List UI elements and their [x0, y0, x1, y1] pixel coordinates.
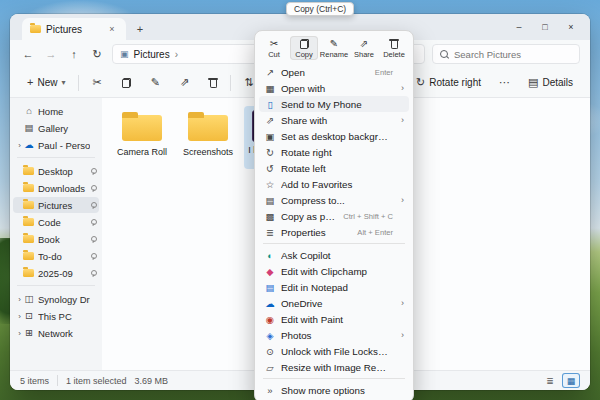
menu-item-edit-with-clipchamp[interactable]: ◆ Edit with Clipchamp: [259, 263, 409, 279]
sidebar-item-this-pc[interactable]: › ⊡ This PC: [13, 308, 99, 324]
tab-title: Pictures: [46, 24, 82, 35]
menu-item-rotate-left[interactable]: ↺ Rotate left: [259, 160, 409, 176]
cut-button[interactable]: ✂ Cut: [260, 36, 288, 60]
new-tab-button[interactable]: +: [132, 21, 148, 37]
menu-item-unlock-with-file-locksmith[interactable]: ⊙ Unlock with File Locksmith: [259, 343, 409, 359]
rotate-right-button[interactable]: ↻ Rotate right: [409, 74, 488, 91]
file-name: Camera Roll: [117, 147, 167, 157]
photos-icon: ◈: [264, 330, 276, 341]
menu-item-ask-copilot[interactable]: ◐ Ask Copilot: [259, 247, 409, 263]
menu-item-resize-with-image-resizer[interactable]: ▱ Resize with Image Resizer: [259, 359, 409, 375]
menu-item-rotate-right[interactable]: ↻ Rotate right: [259, 144, 409, 160]
sidebar-item-label: Code: [38, 217, 90, 228]
sidebar-item[interactable]: [17, 157, 95, 158]
sidebar-item[interactable]: [17, 285, 95, 286]
details-view-button[interactable]: ≣: [541, 373, 559, 388]
sidebar-item-gallery[interactable]: ▤ Gallery: [13, 120, 99, 136]
menu-item-add-to-favorites[interactable]: ☆ Add to Favorites: [259, 176, 409, 192]
menu-item[interactable]: [263, 243, 405, 244]
menu-item-set-as-desktop-background[interactable]: ▣ Set as desktop background: [259, 128, 409, 144]
rename-button[interactable]: ✎ Rename: [320, 36, 348, 60]
share-with-icon: ⇗: [264, 115, 276, 126]
rename-label: Rename: [320, 50, 348, 59]
folder-icon: [23, 201, 34, 209]
forward-button[interactable]: →: [43, 46, 59, 62]
menu-item-copy-as-path[interactable]: ▩ Copy as path Ctrl + Shift + C: [259, 208, 409, 224]
menu-item-edit-in-notepad[interactable]: ▤ Edit in Notepad: [259, 279, 409, 295]
items-count: 5 items: [20, 376, 49, 386]
copy-button[interactable]: [115, 75, 138, 91]
menu-item-label: Rotate right: [281, 147, 388, 158]
share-label: Share: [354, 50, 374, 59]
sidebar-item-home[interactable]: ⌂ Home: [13, 103, 99, 119]
rotate-right-label: Rotate right: [429, 77, 481, 88]
file-camera-roll[interactable]: Camera Roll: [112, 106, 172, 160]
up-button[interactable]: ↑: [66, 46, 82, 62]
expand-chevron-icon[interactable]: ›: [16, 312, 23, 321]
caption-buttons: – □ ×: [506, 14, 590, 40]
menu-item-label: Resize with Image Resizer: [281, 362, 388, 373]
share-button[interactable]: ⇗: [173, 74, 196, 91]
see-more-button[interactable]: ⋯: [492, 74, 517, 91]
expand-chevron-icon[interactable]: ›: [16, 329, 23, 338]
file-screenshots[interactable]: Screenshots: [178, 106, 238, 160]
trash-icon: [209, 78, 217, 88]
menu-item-properties[interactable]: ≣ Properties Alt + Enter: [259, 224, 409, 240]
menu-item-photos[interactable]: ◈ Photos ›: [259, 327, 409, 343]
sidebar-item-onedrive-personal[interactable]: › ☁ Paul - Personal: [13, 137, 99, 153]
chevron-down-icon: ▾: [61, 78, 65, 87]
menu-item-open-with[interactable]: ▦ Open with ›: [259, 80, 409, 96]
folder-icon: [186, 110, 230, 144]
minimize-button[interactable]: –: [506, 14, 532, 40]
menu-item-label: Compress to...: [281, 195, 388, 206]
copy-button[interactable]: Copy: [290, 36, 318, 60]
breadcrumb-location[interactable]: Pictures: [134, 49, 170, 60]
search-icon: [440, 50, 449, 59]
copy-path-icon: ▩: [264, 211, 276, 222]
cut-button[interactable]: ✂: [85, 74, 108, 91]
menu-item-onedrive[interactable]: ☁ OneDrive ›: [259, 295, 409, 311]
expand-chevron-icon[interactable]: ›: [16, 141, 23, 150]
sidebar-item-synology-drive[interactable]: › ◫ Synology Drive - th: [13, 291, 99, 307]
rename-button[interactable]: ✎: [144, 74, 167, 91]
delete-button[interactable]: [202, 75, 224, 91]
thumbnails-view-button[interactable]: ▦: [562, 373, 580, 388]
sidebar-item-network[interactable]: › ⊞ Network: [13, 325, 99, 341]
close-button[interactable]: ×: [558, 14, 584, 40]
maximize-button[interactable]: □: [532, 14, 558, 40]
cut-label: Cut: [268, 50, 280, 59]
expand-chevron-icon[interactable]: ›: [16, 295, 23, 304]
sidebar-item-label: Gallery: [38, 123, 90, 134]
refresh-button[interactable]: ↻: [89, 46, 105, 62]
details-pane-button[interactable]: ▤ Details: [521, 74, 580, 91]
menu-item-label: Unlock with File Locksmith: [281, 346, 388, 357]
search-input[interactable]: [454, 49, 564, 60]
tab-pictures[interactable]: Pictures ×: [22, 18, 126, 40]
menu-item-show-more-options[interactable]: » Show more options: [259, 382, 409, 398]
sidebar-item-label: This PC: [38, 311, 90, 322]
share-button[interactable]: ⇗ Share: [350, 36, 378, 60]
menu-item-share-with[interactable]: ⇗ Share with ›: [259, 112, 409, 128]
menu-item[interactable]: [263, 378, 405, 379]
more-options-icon: »: [264, 385, 276, 396]
sidebar-item-pictures[interactable]: Pictures: [13, 197, 99, 213]
sidebar-item-code[interactable]: Code: [13, 214, 99, 230]
sidebar-item-2025-09[interactable]: 2025-09: [13, 265, 99, 281]
menu-item-label: OneDrive: [281, 298, 388, 309]
search-box[interactable]: [432, 44, 580, 64]
folder-icon: [23, 167, 34, 175]
tab-close-button[interactable]: ×: [106, 24, 118, 34]
sidebar-item-book[interactable]: Book: [13, 231, 99, 247]
sidebar-item-desktop[interactable]: Desktop: [13, 163, 99, 179]
new-button[interactable]: + New ▾: [20, 74, 72, 91]
back-button[interactable]: ←: [20, 46, 36, 62]
menu-item-open[interactable]: ↗ Open Enter: [259, 64, 409, 80]
menu-item-edit-with-paint[interactable]: ◉ Edit with Paint: [259, 311, 409, 327]
copy-icon: [300, 38, 309, 49]
rotate-right-icon: ↻: [416, 77, 425, 88]
delete-button[interactable]: Delete: [380, 36, 408, 60]
sidebar-item-to-do[interactable]: To-do: [13, 248, 99, 264]
menu-item-compress-to[interactable]: ▤ Compress to... ›: [259, 192, 409, 208]
menu-item-send-to-my-phone[interactable]: ▯ Send to My Phone: [259, 96, 409, 112]
sidebar-item-downloads[interactable]: Downloads: [13, 180, 99, 196]
